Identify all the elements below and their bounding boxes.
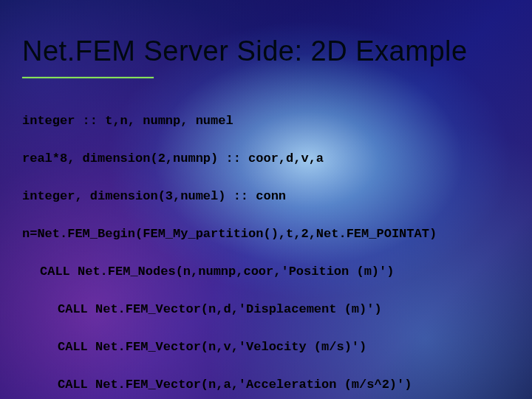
code-line: n=Net.FEM_Begin(FEM_My_partition(),t,2,N… — [22, 228, 437, 240]
code-line: CALL Net.FEM_Vector(n,a,'Acceleration (m… — [22, 378, 437, 391]
code-block: integer :: t,n, numnp, numel real*8, dim… — [22, 102, 437, 399]
code-line: CALL Net.FEM_Vector(n,d,'Displacement (m… — [22, 303, 437, 316]
code-line: real*8, dimension(2,numnp) :: coor,d,v,a — [22, 152, 437, 165]
code-line: CALL Net.FEM_Vector(n,v,'Velocity (m/s)'… — [22, 341, 437, 353]
code-line: integer :: t,n, numnp, numel — [22, 115, 437, 127]
code-line: CALL Net.FEM_Nodes(n,numnp,coor,'Positio… — [22, 265, 437, 278]
slide-title: Net.FEM Server Side: 2D Example — [22, 35, 468, 67]
title-underline — [22, 77, 154, 78]
code-line: integer, dimension(3,numel) :: conn — [22, 190, 437, 202]
